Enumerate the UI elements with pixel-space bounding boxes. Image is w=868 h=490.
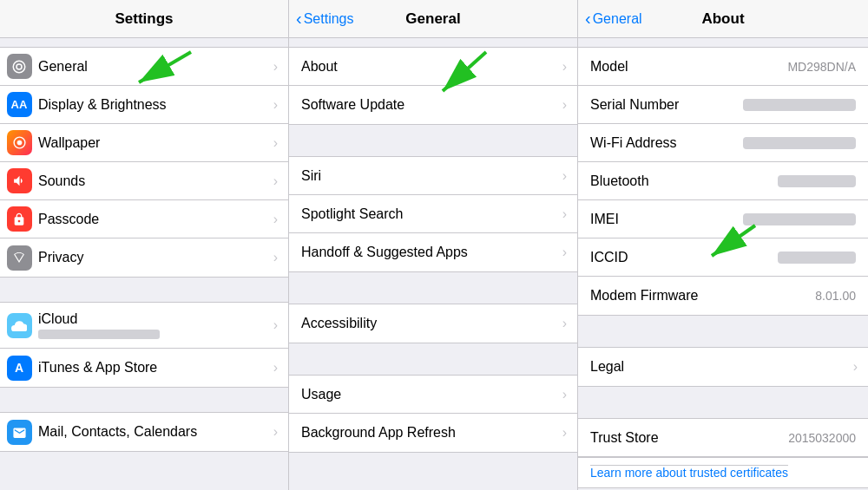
icloud-value-blurred: [38, 330, 160, 339]
spotlight-label: Spotlight Search: [289, 196, 562, 232]
about-info-group: Model MD298DN/A Serial Number Wi-Fi Addr…: [578, 47, 868, 316]
sidebar-item-display[interactable]: AA Display & Brightness ›: [0, 86, 288, 124]
iccid-val: [778, 252, 856, 264]
general-back-button[interactable]: ‹ Settings: [296, 9, 353, 29]
software-update-label: Software Update: [289, 87, 562, 123]
about-row-serial: Serial Number: [578, 86, 868, 124]
general-group2: Siri › Spotlight Search › Handoff & Sugg…: [289, 156, 577, 272]
usage-label: Usage: [289, 376, 562, 413]
wallpaper-label: Wallpaper: [38, 125, 273, 161]
sidebar-item-general[interactable]: General ›: [0, 48, 288, 86]
privacy-chevron: ›: [273, 250, 278, 265]
privacy-icon: [7, 245, 32, 271]
itunes-chevron: ›: [273, 360, 278, 376]
sidebar-item-itunes[interactable]: A iTunes & App Store ›: [0, 349, 288, 387]
general-column: ‹ Settings General About › Software Upda…: [289, 0, 578, 490]
icloud-label: iCloud: [38, 311, 273, 327]
spotlight-chevron: ›: [562, 206, 567, 222]
general-item-handoff[interactable]: Handoff & Suggested Apps ›: [289, 233, 577, 271]
about-legal-group: Legal ›: [578, 347, 868, 387]
general-item-spotlight[interactable]: Spotlight Search ›: [289, 195, 577, 233]
general-title: General: [405, 10, 460, 28]
mail-chevron: ›: [273, 424, 278, 440]
iccid-key: ICCID: [590, 250, 778, 265]
sounds-label: Sounds: [38, 163, 273, 199]
about-back-label: General: [593, 11, 642, 27]
general-icon-wrapper: [0, 54, 38, 79]
sounds-icon: [7, 168, 32, 193]
general-list: About › Software Update › Siri › Spotlig…: [289, 38, 577, 490]
itunes-label: iTunes & App Store: [38, 350, 273, 386]
wallpaper-chevron: ›: [273, 135, 278, 151]
general-item-usage[interactable]: Usage ›: [289, 376, 577, 414]
about-row-legal[interactable]: Legal ›: [578, 348, 868, 386]
imei-key: IMEI: [590, 212, 743, 227]
display-icon-wrapper: AA: [0, 92, 38, 117]
sidebar-item-sounds[interactable]: Sounds ›: [0, 162, 288, 200]
about-row-iccid: ICCID: [578, 238, 868, 277]
software-update-chevron: ›: [562, 97, 567, 113]
wifi-key: Wi-Fi Address: [590, 135, 743, 151]
imei-val: [743, 213, 856, 225]
trust-link[interactable]: Learn more about trusted certificates: [590, 465, 788, 480]
settings-header: Settings: [0, 0, 288, 38]
bluetooth-key: Bluetooth: [590, 173, 778, 189]
about-column: ‹ General About Model MD298DN/A Serial N…: [578, 0, 868, 490]
sidebar-item-privacy[interactable]: Privacy ›: [0, 238, 288, 277]
about-chevron: ›: [562, 59, 567, 75]
display-icon: AA: [7, 92, 32, 117]
passcode-label: Passcode: [38, 201, 273, 238]
sidebar-item-icloud[interactable]: iCloud ›: [0, 303, 288, 349]
general-item-about[interactable]: About ›: [289, 48, 577, 86]
settings-column: Settings General › AA Display & Br: [0, 0, 289, 490]
about-label: About: [289, 49, 562, 85]
display-label: Display & Brightness: [38, 87, 273, 123]
icloud-icon-wrapper: [0, 313, 38, 338]
general-group1: About › Software Update ›: [289, 47, 577, 125]
privacy-label: Privacy: [38, 239, 273, 276]
wallpaper-icon-wrapper: [0, 130, 38, 155]
bg-refresh-chevron: ›: [562, 425, 567, 441]
trust-val: 2015032000: [788, 431, 856, 445]
sidebar-item-passcode[interactable]: Passcode ›: [0, 200, 288, 238]
siri-label: Siri: [289, 158, 562, 194]
about-row-modem: Modem Firmware 8.01.00: [578, 277, 868, 315]
mail-icon-wrapper: [0, 420, 38, 445]
about-back-chevron-icon: ‹: [585, 9, 591, 29]
about-row-trust: Trust Store 2015032000: [578, 419, 868, 457]
sounds-icon-wrapper: [0, 168, 38, 193]
general-item-bg-refresh[interactable]: Background App Refresh ›: [289, 414, 577, 452]
sidebar-item-wallpaper[interactable]: Wallpaper ›: [0, 124, 288, 162]
svg-point-1: [16, 140, 22, 146]
about-row-model: Model MD298DN/A: [578, 48, 868, 86]
general-back-label: Settings: [304, 11, 354, 27]
icloud-icon: [7, 313, 32, 338]
passcode-icon-wrapper: [0, 206, 38, 232]
modem-key: Modem Firmware: [590, 288, 815, 304]
about-row-imei: IMEI: [578, 200, 868, 238]
sidebar-item-mail[interactable]: Mail, Contacts, Calendars ›: [0, 413, 288, 451]
accessibility-chevron: ›: [562, 316, 567, 331]
handoff-label: Handoff & Suggested Apps: [289, 234, 562, 271]
mail-icon: [7, 420, 32, 445]
cloud-group: iCloud › A iTunes & App Store ›: [0, 302, 288, 388]
siri-chevron: ›: [562, 168, 567, 184]
accessibility-label: Accessibility: [289, 305, 562, 342]
itunes-icon-wrapper: A: [0, 356, 38, 381]
general-item-accessibility[interactable]: Accessibility ›: [289, 304, 577, 343]
about-back-button[interactable]: ‹ General: [585, 9, 642, 29]
serial-val: [743, 99, 856, 111]
itunes-icon: A: [7, 356, 32, 381]
general-group4: Usage › Background App Refresh ›: [289, 375, 577, 453]
privacy-icon-wrapper: [0, 245, 38, 271]
general-item-software-update[interactable]: Software Update ›: [289, 86, 577, 124]
trust-link-row: Learn more about trusted certificates: [578, 457, 868, 487]
about-trust-group: Trust Store 2015032000 Learn more about …: [578, 418, 868, 488]
settings-list: General › AA Display & Brightness ›: [0, 38, 288, 490]
display-chevron: ›: [273, 97, 278, 113]
general-item-siri[interactable]: Siri ›: [289, 157, 577, 195]
trust-key: Trust Store: [590, 430, 788, 446]
general-header: ‹ Settings General: [289, 0, 577, 38]
legal-key: Legal: [578, 349, 853, 385]
general-label: General: [38, 49, 273, 85]
